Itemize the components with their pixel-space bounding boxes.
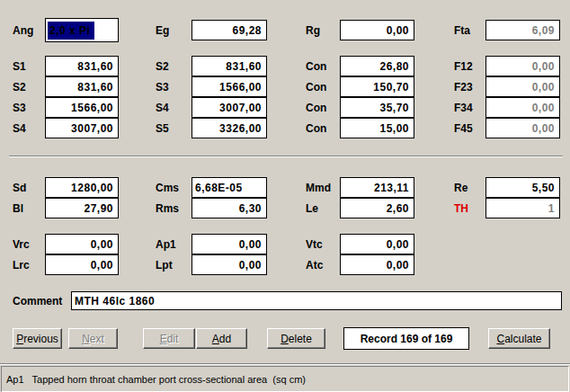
- s3-col2-field[interactable]: 1566,00: [191, 76, 267, 97]
- f23-value: 0,00: [532, 81, 555, 94]
- rms-field[interactable]: 6,30: [191, 198, 267, 218]
- s2-label: S2: [13, 81, 45, 94]
- ap1-group: Ap1 0,00: [156, 234, 267, 254]
- lrc-field[interactable]: 0,00: [45, 254, 119, 275]
- fta-field: 6,09: [485, 20, 560, 40]
- s5-label: S5: [156, 122, 191, 135]
- s2-col2-field[interactable]: 831,60: [191, 56, 267, 76]
- con23-group: Con 150,70: [306, 76, 414, 97]
- s3-label: S3: [13, 102, 45, 114]
- s3-field[interactable]: 1566,00: [45, 97, 119, 118]
- s3-col2-label: S3: [156, 81, 191, 94]
- s5-value: 3326,00: [219, 122, 262, 135]
- fta-label: Fta: [454, 24, 485, 37]
- re-value: 5,50: [532, 182, 555, 194]
- eg-value: 69,28: [232, 24, 262, 37]
- atc-field[interactable]: 0,00: [340, 254, 414, 275]
- s2-col2-label: S2: [156, 60, 191, 73]
- fta-value: 6,09: [532, 24, 555, 37]
- s2-value: 831,60: [77, 81, 113, 94]
- f45-field: 0,00: [485, 118, 560, 138]
- delete-button[interactable]: Delete: [267, 328, 325, 349]
- s4-value: 3007,00: [71, 122, 113, 135]
- rms-group: Rms 6,30: [156, 198, 267, 218]
- le-field[interactable]: 2,60: [340, 198, 414, 218]
- s4-label: S4: [13, 122, 45, 135]
- fta-group: Fta 6,09: [454, 20, 560, 40]
- ap1-field[interactable]: 0,00: [191, 234, 267, 254]
- th-value: 1: [548, 202, 555, 215]
- s1-field[interactable]: 831,60: [45, 56, 119, 76]
- con45-field[interactable]: 15,00: [340, 118, 414, 138]
- s4-col2-field[interactable]: 3007,00: [191, 97, 267, 118]
- lpt-group: Lpt 0,00: [156, 254, 267, 275]
- vrc-field[interactable]: 0,00: [45, 234, 119, 254]
- mmd-group: Mmd 213,11: [306, 177, 414, 198]
- atc-label: Atc: [306, 259, 340, 272]
- s2-group: S2 831,60: [13, 76, 119, 97]
- ang-field[interactable]: 2,0 x Pi: [45, 18, 119, 42]
- le-group: Le 2,60: [306, 198, 414, 218]
- lrc-group: Lrc 0,00: [13, 254, 119, 275]
- s4-col2-group: S4 3007,00: [156, 97, 267, 118]
- s4-group: S4 3007,00: [13, 118, 119, 138]
- ang-group: Ang 2,0 x Pi: [13, 18, 119, 42]
- sd-field[interactable]: 1280,00: [45, 177, 119, 198]
- vtc-label: Vtc: [306, 238, 340, 251]
- bl-field[interactable]: 27,90: [45, 198, 119, 218]
- re-field[interactable]: 5,50: [485, 177, 560, 198]
- f45-label: F45: [454, 122, 485, 135]
- status-bar: Ap1 Tapped horn throat chamber port cros…: [1, 366, 569, 392]
- ap1-value: 0,00: [239, 238, 262, 251]
- con23-label: Con: [306, 81, 340, 94]
- rms-value: 6,30: [239, 202, 262, 215]
- f12-field: 0,00: [485, 56, 560, 76]
- rg-value: 0,00: [387, 24, 409, 37]
- f23-group: F23 0,00: [454, 76, 560, 97]
- sd-value: 1280,00: [71, 182, 113, 194]
- previous-button[interactable]: Previous: [13, 328, 62, 349]
- s4-field[interactable]: 3007,00: [45, 118, 119, 138]
- rg-field[interactable]: 0,00: [340, 20, 414, 40]
- rg-group: Rg 0,00: [306, 20, 414, 40]
- s3-group: S3 1566,00: [13, 97, 119, 118]
- con23-value: 150,70: [373, 81, 409, 94]
- s5-group: S5 3326,00: [156, 118, 267, 138]
- vrc-label: Vrc: [13, 238, 45, 251]
- s5-field[interactable]: 3326,00: [191, 118, 267, 138]
- vrc-group: Vrc 0,00: [13, 234, 119, 254]
- th-group: TH 1: [454, 198, 560, 218]
- status-text: Ap1 Tapped horn throat chamber port cros…: [6, 374, 306, 385]
- lpt-value: 0,00: [239, 259, 262, 272]
- vtc-field[interactable]: 0,00: [340, 234, 414, 254]
- add-button[interactable]: Add: [196, 328, 247, 349]
- mmd-field[interactable]: 213,11: [340, 177, 414, 198]
- con34-field[interactable]: 35,70: [340, 97, 414, 118]
- eg-field[interactable]: 69,28: [191, 20, 267, 40]
- eg-group: Eg 69,28: [156, 20, 267, 40]
- con12-field[interactable]: 26,80: [340, 56, 414, 76]
- lpt-label: Lpt: [156, 259, 191, 272]
- s4-col2-value: 3007,00: [219, 102, 262, 114]
- con34-value: 35,70: [379, 102, 409, 114]
- bl-group: Bl 27,90: [13, 198, 119, 218]
- cms-group: Cms 6,68E-05: [156, 177, 267, 198]
- cms-field[interactable]: 6,68E-05: [191, 177, 267, 198]
- lrc-value: 0,00: [91, 259, 113, 272]
- s3-col2-group: S3 1566,00: [156, 76, 267, 97]
- s3-value: 1566,00: [71, 102, 113, 114]
- con12-group: Con 26,80: [306, 56, 414, 76]
- calculate-button[interactable]: Calculate: [488, 328, 550, 349]
- s4-col2-label: S4: [156, 102, 191, 114]
- comment-field[interactable]: MTH 46lc 1860: [71, 291, 562, 310]
- record-counter: Record 169 of 169: [343, 327, 469, 350]
- ang-value: 2,0 x Pi: [48, 22, 94, 40]
- con23-field[interactable]: 150,70: [340, 76, 414, 97]
- con34-label: Con: [306, 102, 340, 114]
- s3-col2-value: 1566,00: [219, 81, 262, 94]
- lpt-field[interactable]: 0,00: [191, 254, 267, 275]
- mmd-label: Mmd: [306, 182, 340, 194]
- s2-field[interactable]: 831,60: [45, 76, 119, 97]
- con12-value: 26,80: [379, 60, 409, 73]
- s2-col2-group: S2 831,60: [156, 56, 267, 76]
